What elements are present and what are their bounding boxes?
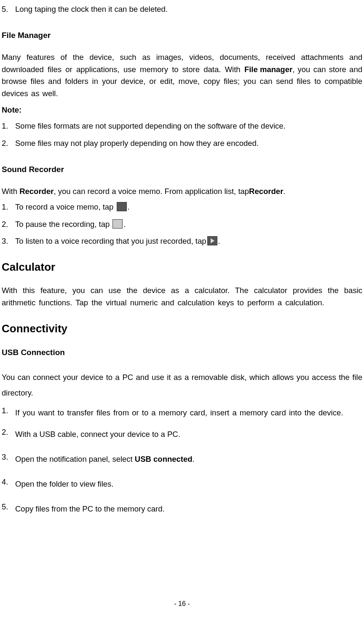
- list-item: 2. With a USB cable, connect your device…: [2, 426, 362, 442]
- list-number: 5.: [2, 3, 15, 16]
- list-text: Open the notification panel, select USB …: [15, 451, 362, 467]
- page-number: - 16 -: [0, 599, 364, 609]
- list-number: 2.: [2, 218, 15, 231]
- play-icon: [207, 236, 217, 245]
- text-run: To listen to a voice recording that you …: [15, 237, 206, 245]
- list-text: Some files may not play properly dependi…: [15, 137, 362, 150]
- bold-text: Recorder: [249, 187, 283, 196]
- text-run: .: [283, 187, 285, 196]
- list-text: With a USB cable, connect your device to…: [15, 426, 362, 442]
- record-icon: [117, 202, 127, 211]
- heading-usb-connection: USB Connection: [2, 346, 362, 358]
- list-item: 5. Copy files from the PC to the memory …: [2, 501, 362, 517]
- text-run: .: [193, 455, 195, 463]
- document-page: 5. Long taping the clock then it can be …: [0, 0, 364, 517]
- list-number: 3.: [2, 235, 15, 248]
- list-number: 1.: [2, 405, 15, 420]
- list-number: 1.: [2, 120, 15, 132]
- text-run: With: [2, 187, 19, 196]
- text-run: To pause the recording, tap: [15, 220, 112, 229]
- text-run: To record a voice memo, tap: [15, 202, 116, 211]
- list-item: 2. Some files may not play properly depe…: [2, 137, 362, 150]
- list-item: 1. Some files formats are not supported …: [2, 120, 362, 132]
- list-number: 3.: [2, 451, 15, 467]
- heading-file-manager: File Manager: [2, 29, 362, 41]
- list-text: To record a voice memo, tap .: [15, 201, 130, 213]
- list-item: 3. Open the notification panel, select U…: [2, 451, 362, 467]
- paragraph: You can connect your device to a PC and …: [2, 369, 362, 401]
- list-text: Copy files from the PC to the memory car…: [15, 501, 362, 517]
- paragraph: Many features of the device, such as ima…: [2, 51, 362, 100]
- list-item: 2. To pause the recording, tap .: [2, 218, 362, 231]
- text-run: , you can record a voice memo. From appl…: [54, 187, 249, 196]
- list-text: If you want to transfer files from or to…: [15, 405, 362, 420]
- text-run: You can connect your device to a PC and …: [2, 373, 362, 397]
- list-item: 4. Open the folder to view files.: [2, 476, 362, 492]
- list-number: 5.: [2, 501, 15, 517]
- text-run: Open the notification panel, select: [15, 455, 135, 463]
- list-item: 3. To listen to a voice recording that y…: [2, 235, 362, 248]
- list-text: Long taping the clock then it can be del…: [15, 3, 362, 16]
- bold-text: File manager: [244, 65, 292, 74]
- note-label: Note:: [2, 104, 362, 116]
- list-text: To pause the recording, tap .: [15, 218, 126, 231]
- list-item: 5. Long taping the clock then it can be …: [2, 3, 362, 16]
- heading-calculator: Calculator: [2, 258, 362, 275]
- pause-icon: [112, 219, 123, 229]
- list-item: 1. To record a voice memo, tap .: [2, 201, 362, 213]
- heading-sound-recorder: Sound Recorder: [2, 163, 362, 175]
- paragraph: With this feature, you can use the devic…: [2, 285, 362, 309]
- list-text: Open the folder to view files.: [15, 476, 362, 492]
- list-text: To listen to a voice recording that you …: [15, 235, 220, 248]
- heading-connectivity: Connectivity: [2, 320, 362, 337]
- paragraph: With Recorder, you can record a voice me…: [2, 186, 362, 198]
- bold-text: USB connected: [135, 455, 193, 463]
- list-number: 1.: [2, 201, 15, 213]
- text-run: With this feature, you can use the devic…: [2, 286, 362, 307]
- list-number: 2.: [2, 137, 15, 150]
- bold-text: Recorder: [19, 187, 54, 196]
- list-number: 4.: [2, 476, 15, 492]
- list-text: Some files formats are not supported dep…: [15, 120, 362, 132]
- list-number: 2.: [2, 426, 15, 442]
- list-item: 1. If you want to transfer files from or…: [2, 405, 362, 420]
